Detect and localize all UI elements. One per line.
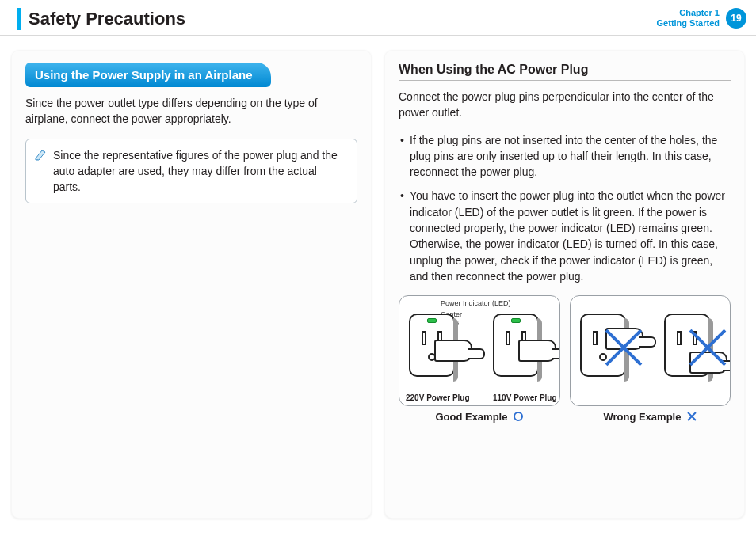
note-icon (34, 149, 47, 162)
power-indicator-label: Power Indicator (LED) (441, 299, 511, 307)
right-intro-text: Connect the power plug pins perpendicula… (399, 89, 731, 121)
good-example-figure: Power Indicator (LED) Center Holes (399, 295, 560, 406)
page-title: Safety Precautions (29, 9, 185, 29)
note-text: Since the representative figures of the … (53, 149, 338, 194)
header-left: Safety Precautions (17, 8, 185, 30)
chapter-label: Chapter 1 Getting Started (657, 8, 720, 29)
plug-220-label: 220V Power Plug (406, 393, 470, 402)
bullet-list: If the plug pins are not inserted into t… (399, 132, 731, 285)
led-icon (511, 318, 521, 323)
plug-110-label: 110V Power Plug (493, 393, 557, 402)
chapter-line2: Getting Started (657, 18, 720, 29)
left-column: Using the Power Supply in an Airplane Si… (11, 50, 372, 519)
plug-110v (518, 340, 556, 362)
x-icon (687, 412, 697, 421)
content-area: Using the Power Supply in an Airplane Si… (0, 36, 756, 526)
bullet-text-2: You have to insert the power plug into t… (410, 189, 725, 282)
right-subhead: When Using the AC Power Plug (399, 63, 731, 77)
note-box: Since the representative figures of the … (25, 139, 357, 204)
list-item: You have to insert the power plug into t… (399, 188, 731, 284)
cross-icon (686, 326, 729, 369)
caption-row: Good Example Wrong Example (399, 411, 731, 423)
left-intro-text: Since the power outlet type differs depe… (25, 95, 357, 127)
section-tab: Using the Power Supply in an Airplane (25, 63, 271, 87)
page-header: Safety Precautions Chapter 1 Getting Sta… (0, 0, 756, 36)
list-item: If the plug pins are not inserted into t… (399, 132, 731, 181)
cross-icon (602, 326, 645, 369)
good-caption: Good Example (399, 411, 560, 423)
circle-icon (514, 412, 523, 421)
header-right: Chapter 1 Getting Started 19 (657, 8, 746, 29)
bullet-text-1: If the plug pins are not inserted into t… (410, 134, 717, 179)
led-icon (427, 318, 437, 323)
good-caption-text: Good Example (435, 411, 507, 423)
figure-row: Power Indicator (LED) Center Holes (399, 295, 731, 406)
wrong-caption: Wrong Example (570, 411, 731, 423)
page-number-badge: 19 (726, 8, 746, 29)
accent-bar (17, 8, 21, 30)
wrong-caption-text: Wrong Example (603, 411, 681, 423)
plug-220v (434, 340, 472, 362)
chapter-line1: Chapter 1 (657, 8, 720, 18)
wrong-example-figure (570, 295, 731, 406)
right-column: When Using the AC Power Plug Connect the… (384, 50, 745, 519)
divider (399, 80, 731, 81)
lead-line (434, 306, 442, 306)
